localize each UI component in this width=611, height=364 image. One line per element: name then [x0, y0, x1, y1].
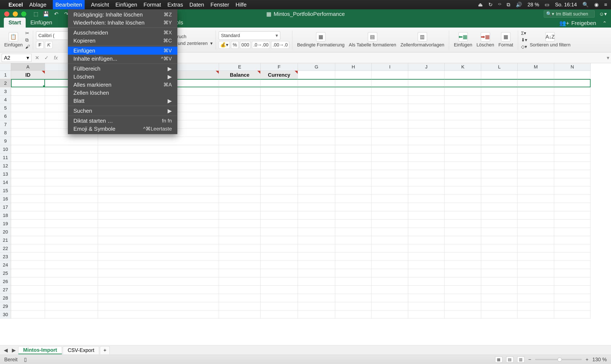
row-header[interactable]: 24: [0, 261, 11, 269]
cell[interactable]: [445, 79, 481, 87]
cell[interactable]: [408, 236, 445, 244]
menu-item[interactable]: Suchen▶: [68, 107, 177, 115]
row-header[interactable]: 10: [0, 145, 11, 153]
cell[interactable]: [219, 302, 261, 310]
cell[interactable]: [372, 112, 408, 120]
cell[interactable]: [372, 96, 408, 104]
cell[interactable]: [445, 71, 481, 79]
volume-icon[interactable]: 🔊: [516, 2, 522, 8]
cell[interactable]: [298, 220, 335, 228]
cell[interactable]: [335, 302, 372, 310]
cell[interactable]: [298, 104, 335, 112]
cell[interactable]: [261, 79, 298, 87]
row-header[interactable]: 21: [0, 236, 11, 244]
cell[interactable]: [481, 137, 518, 145]
collapse-ribbon-icon[interactable]: ⌃: [602, 20, 607, 26]
cell[interactable]: [261, 170, 298, 178]
insert-cells-button[interactable]: ⬅▦Einfügen: [452, 31, 474, 48]
cell[interactable]: [481, 286, 518, 294]
cell[interactable]: [298, 170, 335, 178]
cell[interactable]: [45, 261, 98, 269]
cell[interactable]: [335, 87, 372, 96]
menu-item[interactable]: Wiederholen: Inhalte löschen⌘Y: [68, 19, 177, 27]
menu-item[interactable]: Löschen▶: [68, 73, 177, 81]
cell[interactable]: [335, 220, 372, 228]
col-header-N[interactable]: N: [554, 63, 591, 71]
row-header[interactable]: 3: [0, 87, 11, 96]
cell[interactable]: [372, 137, 408, 145]
col-header-F[interactable]: F: [261, 63, 298, 71]
cell[interactable]: [445, 211, 481, 220]
cell[interactable]: [518, 220, 554, 228]
cell[interactable]: [261, 286, 298, 294]
format-painter-icon[interactable]: 🖌: [25, 44, 30, 50]
battery-label[interactable]: 28 %: [528, 2, 539, 8]
cell[interactable]: [372, 310, 408, 319]
cell[interactable]: [261, 153, 298, 162]
cell[interactable]: [445, 269, 481, 277]
cell[interactable]: [98, 220, 219, 228]
cell[interactable]: [261, 145, 298, 153]
paste-button[interactable]: 📋 Einfügen: [2, 31, 24, 48]
cell[interactable]: [518, 310, 554, 319]
sheet-nav-next-icon[interactable]: ▶: [10, 347, 17, 354]
cell[interactable]: [298, 112, 335, 120]
cell[interactable]: [261, 137, 298, 145]
row-header[interactable]: 23: [0, 253, 11, 261]
cell[interactable]: [554, 96, 591, 104]
cell[interactable]: [335, 269, 372, 277]
cell[interactable]: [481, 162, 518, 170]
share-button[interactable]: 👥+ Freigeben: [559, 20, 596, 26]
cell[interactable]: [98, 302, 219, 310]
cell[interactable]: [298, 186, 335, 195]
cell[interactable]: [408, 145, 445, 153]
cell[interactable]: [335, 112, 372, 120]
cell[interactable]: [11, 153, 45, 162]
cell[interactable]: [445, 261, 481, 269]
cell[interactable]: [219, 244, 261, 253]
menu-ablage[interactable]: Ablage: [29, 1, 46, 8]
menu-item[interactable]: Zellen löschen: [68, 89, 177, 97]
col-header-J[interactable]: J: [408, 63, 445, 71]
airplay-icon[interactable]: ⏏: [478, 2, 483, 8]
format-cells-button[interactable]: ▦Format: [497, 31, 515, 48]
cell[interactable]: [372, 79, 408, 87]
cell[interactable]: [298, 71, 335, 79]
cell[interactable]: [518, 244, 554, 253]
app-name[interactable]: Excel: [9, 1, 23, 8]
cell[interactable]: [219, 170, 261, 178]
cell[interactable]: [518, 195, 554, 203]
cell[interactable]: [518, 137, 554, 145]
cell[interactable]: [219, 120, 261, 129]
cell[interactable]: [445, 228, 481, 236]
cell[interactable]: [261, 186, 298, 195]
cell[interactable]: [518, 203, 554, 211]
row-header[interactable]: 6: [0, 112, 11, 120]
cell[interactable]: [261, 178, 298, 186]
qat-home-icon[interactable]: ⬚: [33, 11, 39, 17]
menu-einfuegen[interactable]: Einfügen: [115, 1, 137, 8]
cell[interactable]: [518, 261, 554, 269]
row-header[interactable]: 14: [0, 178, 11, 186]
cell[interactable]: [98, 195, 219, 203]
cell[interactable]: [11, 129, 45, 137]
cell[interactable]: [219, 112, 261, 120]
cell[interactable]: [45, 178, 98, 186]
cell[interactable]: [298, 236, 335, 244]
add-sheet-button[interactable]: +: [100, 346, 110, 354]
minimize-window-button[interactable]: [13, 12, 18, 16]
cell[interactable]: Currency: [261, 71, 298, 79]
row-header[interactable]: 7: [0, 120, 11, 129]
cell[interactable]: [11, 79, 45, 87]
col-header-M[interactable]: M: [518, 63, 554, 71]
cell[interactable]: [481, 112, 518, 120]
cell[interactable]: [445, 186, 481, 195]
cell[interactable]: [372, 195, 408, 203]
cell[interactable]: [554, 244, 591, 253]
cell[interactable]: [219, 87, 261, 96]
cell[interactable]: [481, 310, 518, 319]
cell[interactable]: [554, 228, 591, 236]
copy-icon[interactable]: ⧉: [25, 37, 30, 43]
cell[interactable]: [408, 87, 445, 96]
cell[interactable]: [45, 286, 98, 294]
